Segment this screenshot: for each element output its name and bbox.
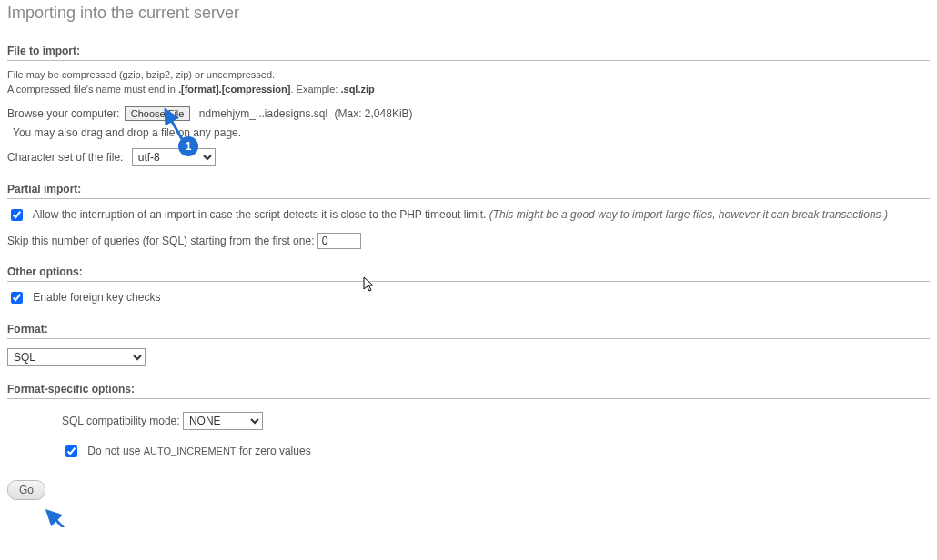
section-file-to-import: File to import:	[7, 45, 930, 61]
go-button[interactable]: Go	[7, 480, 45, 500]
sql-mode-label: SQL compatibility mode:	[62, 415, 180, 427]
selected-filename: ndmehjym_...iadesigns.sql	[199, 107, 327, 120]
charset-select[interactable]: utf-8	[132, 148, 216, 166]
max-size: (Max: 2,048KiB)	[335, 107, 413, 120]
allow-interrupt-hint: (This might be a good way to import larg…	[489, 208, 888, 221]
foreign-key-checkbox[interactable]	[11, 292, 23, 304]
compress-note-2: A compressed file's name must end in .[f…	[7, 83, 930, 97]
section-other-options: Other options:	[7, 265, 930, 282]
section-format-specific: Format-specific options:	[7, 383, 930, 399]
skip-queries-label: Skip this number of queries (for SQL) st…	[7, 235, 314, 247]
foreign-key-label: Enable foreign key checks	[33, 291, 160, 304]
allow-interrupt-label: Allow the interruption of an import in c…	[33, 208, 489, 221]
charset-label: Character set of the file:	[7, 151, 123, 164]
no-auto-increment-checkbox[interactable]	[65, 445, 77, 457]
format-select[interactable]: SQL	[7, 348, 146, 366]
allow-interrupt-checkbox[interactable]	[11, 209, 23, 221]
compress-note-1: File may be compressed (gzip, bzip2, zip…	[7, 68, 930, 83]
browse-label: Browse your computer:	[7, 107, 119, 120]
section-format: Format:	[7, 323, 930, 339]
annotation-arrow-2	[42, 507, 78, 527]
skip-queries-input[interactable]	[317, 233, 361, 249]
no-auto-increment-label: Do not use AUTO_INCREMENT for zero value…	[87, 445, 310, 457]
annotation-marker-1: 1	[178, 136, 198, 156]
page-title: Importing into the current server	[7, 4, 930, 23]
drag-drop-note: You may also drag and drop a file on any…	[7, 126, 930, 139]
choose-file-button[interactable]: Choose File	[125, 106, 191, 121]
section-partial-import: Partial import:	[7, 183, 930, 199]
sql-mode-select[interactable]: NONE	[183, 412, 263, 430]
